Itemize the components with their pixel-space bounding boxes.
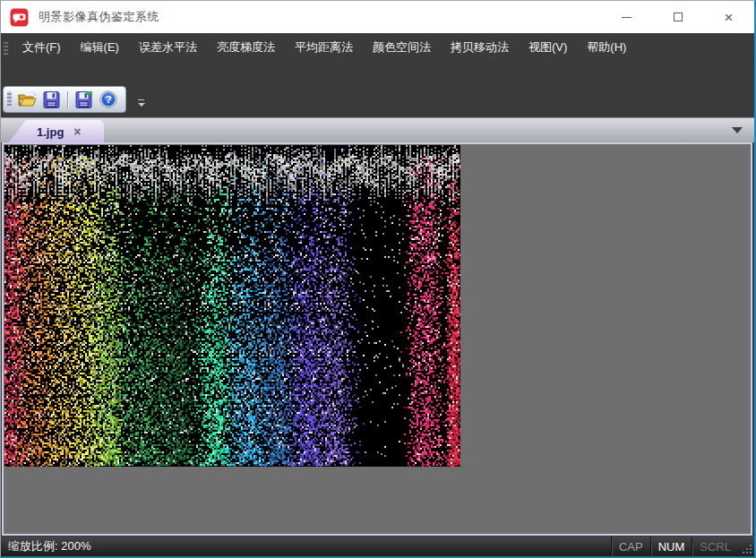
menu-item[interactable]: 文件(F) [13, 33, 71, 62]
viewer-area [1, 142, 754, 537]
app-window: 明景影像真伪鉴定系统 × 文件(F)编辑(E)误差水平法亮度梯度法平均距离法颜色… [0, 0, 756, 558]
menu-item[interactable]: 帮助(H) [577, 33, 636, 62]
menu-grip-icon [4, 40, 8, 55]
save-button[interactable] [39, 89, 64, 111]
save-as-icon [75, 91, 92, 108]
help-button[interactable]: ? [96, 89, 120, 111]
tab-1jpg[interactable]: 1.jpg × [8, 120, 104, 143]
close-button[interactable]: × [703, 1, 754, 33]
viewer-frame [2, 142, 752, 536]
open-folder-icon [18, 91, 37, 107]
maximize-icon [674, 13, 683, 21]
window-title: 明景影像真伪鉴定系统 [39, 9, 159, 25]
minimize-icon [622, 17, 631, 18]
tab-label: 1.jpg [37, 125, 64, 139]
document-tab-bar: 1.jpg × [1, 117, 754, 142]
title-bar: 明景影像真伪鉴定系统 × [1, 1, 754, 33]
tab-close-icon[interactable]: × [73, 125, 81, 138]
menu-item[interactable]: 编辑(E) [71, 33, 129, 62]
svg-text:?: ? [105, 94, 111, 105]
menu-item[interactable]: 颜色空间法 [363, 33, 441, 62]
resize-grip-icon[interactable] [740, 537, 754, 556]
menu-item[interactable]: 亮度梯度法 [207, 33, 285, 62]
menu-bar: 文件(F)编辑(E)误差水平法亮度梯度法平均距离法颜色空间法拷贝移动法视图(V)… [1, 33, 754, 62]
app-logo-icon [10, 8, 29, 27]
minimize-button[interactable] [601, 1, 652, 33]
toolbar: ? [3, 86, 126, 113]
zoom-ratio-label: 缩放比例: 200% [8, 538, 90, 554]
help-icon: ? [99, 90, 117, 108]
save-as-button[interactable] [72, 89, 96, 111]
menu-item[interactable]: 视图(V) [519, 33, 577, 62]
viewer-canvas[interactable] [4, 145, 460, 467]
toolbar-zone: ? [1, 62, 754, 117]
status-indicators: CAPNUMSCRL [611, 537, 738, 556]
menu-items: 文件(F)编辑(E)误差水平法亮度梯度法平均距离法颜色空间法拷贝移动法视图(V)… [13, 33, 636, 62]
open-file-button[interactable] [15, 89, 39, 111]
toolbar-overflow-icon[interactable] [137, 99, 146, 108]
menu-item[interactable]: 平均距离法 [285, 33, 363, 62]
status-bar: 缩放比例: 200% CAPNUMSCRL [1, 537, 754, 556]
toolbar-separator [67, 91, 68, 108]
save-icon [43, 91, 60, 108]
window-controls: × [601, 1, 754, 33]
tab-list-dropdown-icon[interactable] [732, 127, 743, 133]
maximize-button[interactable] [652, 1, 703, 33]
menu-item[interactable]: 误差水平法 [129, 33, 207, 62]
keylock-indicator: SCRL [692, 537, 738, 556]
toolbar-grip-icon[interactable] [7, 91, 12, 107]
keylock-indicator: NUM [650, 537, 692, 556]
close-icon: × [725, 10, 734, 25]
keylock-indicator: CAP [611, 537, 650, 556]
menu-item[interactable]: 拷贝移动法 [441, 33, 519, 62]
